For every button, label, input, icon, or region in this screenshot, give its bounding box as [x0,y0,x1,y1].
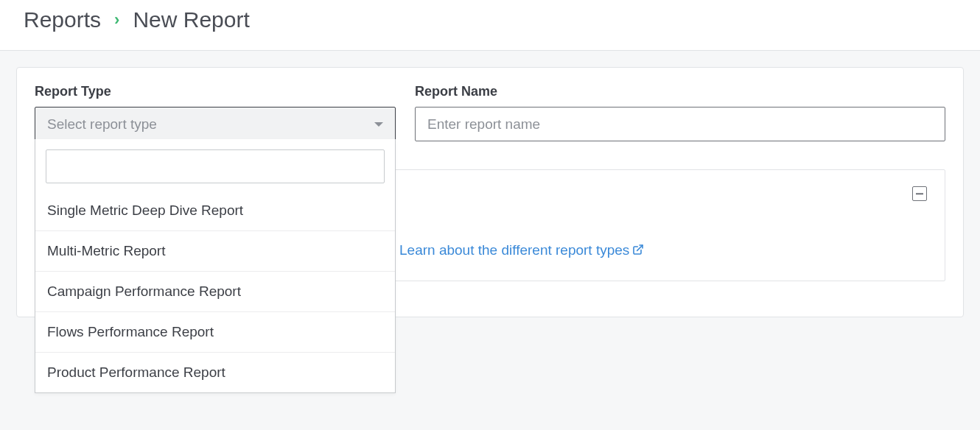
dropdown-item[interactable]: Campaign Performance Report [35,271,395,311]
report-name-input[interactable] [415,107,945,141]
dropdown-search-wrap [35,139,395,191]
breadcrumb-current: New Report [133,7,249,32]
breadcrumb-root[interactable]: Reports [24,7,101,32]
dropdown-list: Single Metric Deep Dive Report Multi-Met… [35,191,395,392]
dropdown-item[interactable]: Multi-Metric Report [35,230,395,271]
report-type-label: Report Type [35,84,396,99]
caret-down-icon [374,122,383,127]
report-name-field: Report Name [415,84,945,141]
dropdown-item[interactable]: Single Metric Deep Dive Report [35,191,395,230]
collapse-icon[interactable] [912,186,927,201]
chevron-right-icon: › [114,10,119,29]
dropdown-item[interactable]: Flows Performance Report [35,311,395,352]
report-type-dropdown: Single Metric Deep Dive Report Multi-Met… [35,139,396,393]
svg-line-0 [637,245,643,250]
dropdown-item[interactable]: Product Performance Report [35,352,395,392]
report-name-label: Report Name [415,84,945,99]
learn-report-types-link[interactable]: Learn about the different report types [399,242,644,258]
dropdown-search-input[interactable] [46,149,385,183]
external-link-icon [632,244,644,255]
page-body: Report Type Select report type Single Me… [0,50,980,430]
report-type-placeholder: Select report type [47,116,157,133]
report-type-field: Report Type Select report type Single Me… [35,84,396,141]
report-card: Report Type Select report type Single Me… [16,67,964,317]
breadcrumb: Reports › New Report [24,7,956,32]
report-type-select[interactable]: Select report type [35,107,396,141]
page-header: Reports › New Report [0,0,980,50]
fields-row: Report Type Select report type Single Me… [35,84,945,141]
